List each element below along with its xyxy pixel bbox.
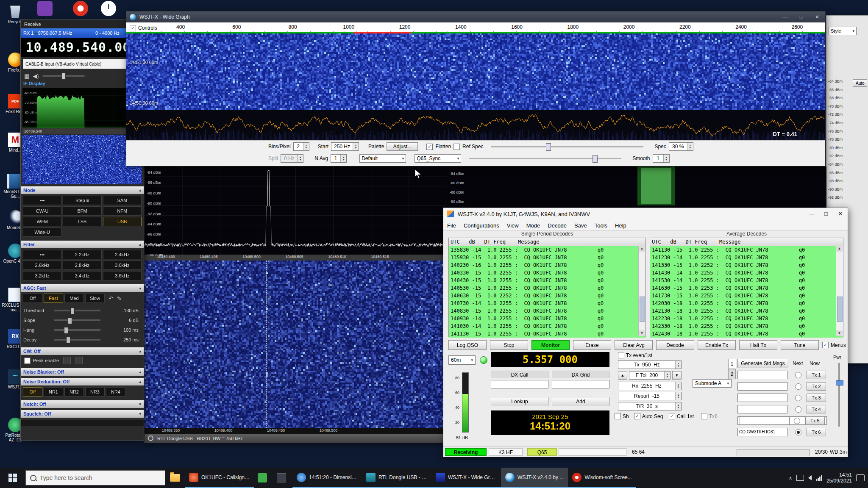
narrow-waterfall[interactable]	[145, 261, 447, 428]
main-button[interactable]: Erase	[573, 340, 611, 350]
speaker-icon[interactable]	[808, 475, 812, 480]
main-button[interactable]: Clear Avg	[615, 340, 653, 350]
scrollbar-thumb[interactable]	[640, 297, 645, 322]
n-avg-spinner[interactable]: 1▲▼	[331, 154, 347, 163]
maximize-button[interactable]: □	[793, 11, 809, 22]
audio-input-select[interactable]: CABLE-B Input (VB-Audio Virtual Cable) ▾	[23, 59, 142, 69]
collapse-icon[interactable]: ▴	[139, 241, 141, 248]
slider-handle[interactable]	[70, 308, 75, 314]
message-tab[interactable]: 2	[728, 369, 736, 379]
tx-even-checkbox[interactable]	[618, 352, 624, 358]
close-button[interactable]: ✕	[809, 11, 825, 22]
decode-row[interactable]: 141530 -14 1.0 2255 : CQ OK1UFC JN78 q0	[650, 277, 843, 284]
undo-icon[interactable]: ↶	[108, 295, 113, 302]
decode-row[interactable]: 142430 -18 1.0 2255 : CQ OK1UFC JN78 q0	[650, 330, 843, 338]
collapse-icon[interactable]: ▴	[139, 378, 141, 385]
mode-button[interactable]: LSB	[63, 217, 101, 226]
agc-button[interactable]: Med	[64, 294, 84, 303]
call-1st-checkbox[interactable]	[669, 413, 675, 419]
taskbar-app-button[interactable]: OK1UFC - Callsign ...	[185, 468, 254, 488]
edit-curve-icon[interactable]: ✎	[117, 295, 122, 302]
decode-row[interactable]: 141730 -15 1.0 2255 : CQ OK1UFC JN78 q0	[650, 292, 843, 299]
menu-item[interactable]: Decode	[544, 222, 570, 229]
tx-now-button[interactable]: Tx 1	[807, 371, 826, 379]
taskbar-app-button[interactable]: RTL Dongle USB - R...	[362, 468, 431, 488]
wide-spectrum[interactable]	[126, 110, 825, 140]
spec-spinner[interactable]: 30 %▲▼	[669, 142, 693, 151]
section-header-noise-blanker[interactable]: Noise Blanker: Off ▴	[21, 368, 144, 376]
scroll-up-icon[interactable]: ▲	[836, 246, 843, 252]
tray-expand-icon[interactable]: ∧	[789, 475, 792, 481]
bins-pixel-spinner[interactable]: 2▲▼	[293, 142, 309, 151]
main-button[interactable]: Monitor	[531, 340, 570, 350]
decode-row[interactable]: 142330 -18 1.0 2255 : CQ OK1UFC JN78 q0	[650, 322, 843, 330]
record-icon[interactable]	[148, 435, 153, 441]
slider[interactable]	[54, 329, 100, 331]
report-spinner[interactable]: Report -15▲▼	[618, 392, 682, 400]
rx-freq-spinner[interactable]: Rx 2255 Hz▲▼	[618, 382, 682, 390]
waterfall-mode-select[interactable]: Q65_Sync▾	[415, 154, 461, 163]
collapse-icon[interactable]: ▴	[139, 347, 141, 355]
scrollbar[interactable]: ▲ ▼	[836, 246, 843, 336]
gain-slider-handle[interactable]	[546, 143, 551, 151]
display-icon[interactable]	[796, 475, 804, 481]
tx-message-field[interactable]	[737, 371, 787, 379]
zero-slider-handle[interactable]	[593, 155, 598, 163]
taskbar-app-button[interactable]	[254, 468, 273, 488]
filter-button[interactable]: 2.6kHz	[23, 261, 61, 270]
notification-center-icon[interactable]	[856, 474, 865, 481]
vfo-frequency-display[interactable]: 10.489.540.000	[21, 38, 144, 57]
taskbar-app-button[interactable]: 14:51:20 - Dimensio...	[292, 468, 362, 488]
decode-row[interactable]: 140830 -15 1.0 2255 : CQ OK1UFC JN78 q0	[449, 307, 645, 315]
decode-row[interactable]: 142030 -18 1.0 2255 : CQ OK1UFC JN78 q0	[650, 299, 843, 307]
ref-spec-checkbox[interactable]	[453, 144, 460, 150]
add-button[interactable]: Add	[552, 397, 609, 406]
filter-button[interactable]: 3.4kHz	[63, 271, 101, 280]
decode-row[interactable]: 140330 -15 1.0 2255 : CQ OK1UFC JN78 q0	[449, 269, 645, 277]
tx-next-radio[interactable]	[794, 418, 800, 424]
minimize-button[interactable]: —	[777, 11, 793, 22]
palette-select[interactable]: Default▾	[359, 154, 406, 163]
grid-icon[interactable]: ▦	[24, 73, 29, 79]
decode-row[interactable]: 140230 -16 1.0 2255 : CQ OK1UFC JN78 q0	[449, 261, 645, 269]
decode-row[interactable]: 140430 -15 1.0 2255 : CQ OK1UFC JN78 q0	[449, 277, 645, 284]
network-icon[interactable]	[816, 475, 822, 481]
ftol-down-button[interactable]: ▼	[672, 371, 682, 380]
tx-message-field[interactable]: CQ GW3TKH IO81	[737, 428, 787, 436]
section-header-squelch[interactable]: Squelch: Off ▾	[21, 410, 144, 418]
tx-message-field[interactable]	[737, 394, 787, 402]
volume-slider[interactable]	[42, 75, 85, 77]
menus-checkbox[interactable]	[822, 342, 829, 348]
tx6-checkbox[interactable]	[701, 413, 707, 419]
mode-button[interactable]: Step ≡	[63, 196, 101, 205]
power-slider[interactable]	[836, 363, 843, 427]
filter-button[interactable]: •••	[23, 250, 61, 259]
submode-select[interactable]: Submode A▾	[693, 379, 732, 388]
wsjtx-titlebar[interactable]: WSJT-X v2.4.0 by K1JT, G4WJS, K9AN, and …	[443, 208, 848, 220]
filter-button[interactable]: 2.2kHz	[63, 250, 101, 259]
receive-window-title[interactable]: Receive	[21, 20, 144, 28]
decode-row[interactable]: 141330 -15 1.0 2252 : CQ OK1UFC JN78 q0	[650, 261, 843, 269]
section-header-notch[interactable]: Notch: Off ▾	[21, 400, 144, 408]
nr-button[interactable]: NR2	[64, 387, 84, 396]
tr-period-spinner[interactable]: T/R 30 s▲▼	[618, 402, 682, 410]
decode-row[interactable]: 141130 -15 1.0 2255 : CQ OK1UFC JN78 q0	[650, 246, 843, 254]
menu-item[interactable]: View	[503, 222, 523, 229]
tx-message-field[interactable]	[737, 405, 787, 413]
tx-now-button[interactable]: Tx 4	[807, 405, 826, 413]
decode-row[interactable]: 141130 -15 1.0 2255 : CQ OK1UFC JN78 q0	[449, 330, 645, 338]
mode-button[interactable]: NFM	[103, 206, 142, 216]
generate-std-msgs-button[interactable]: Generate Std Msgs	[737, 359, 788, 368]
zero-slider[interactable]	[469, 155, 621, 162]
ftol-spinner[interactable]: F Tol 200▲▼	[629, 371, 670, 380]
flatten-checkbox[interactable]	[426, 144, 433, 150]
mode-button[interactable]: USB	[103, 217, 142, 226]
auto-seq-checkbox[interactable]	[634, 413, 640, 419]
section-header-mode[interactable]: Mode ▴	[21, 186, 144, 194]
wide-waterfall[interactable]: 14:51:00 60m 14:50:30 60m	[126, 33, 825, 110]
decode-row[interactable]: 135930 -15 1.0 2255 : CQ OK1UFC JN78 q0	[449, 254, 645, 261]
decode-row[interactable]: 140530 -15 1.0 2255 : CQ OK1UFC JN78 q0	[449, 284, 645, 292]
agc-button[interactable]: Off	[23, 294, 42, 303]
decode-row[interactable]: 142130 -18 1.0 2255 : CQ OK1UFC JN78 q0	[650, 307, 843, 315]
status-lamp[interactable]	[480, 356, 487, 364]
